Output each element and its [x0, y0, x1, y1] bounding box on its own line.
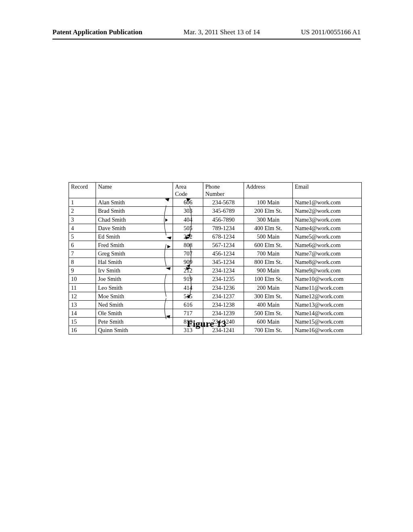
cell-area: 404 [173, 215, 203, 224]
table-row: 4Dave Smith505789-1234400 Elm St.Name4@w… [69, 224, 362, 232]
cell-area: 808 [173, 241, 203, 249]
cell-email: Name9@work.com [293, 266, 362, 275]
cell-name: Ole Smith [96, 309, 173, 317]
cell-address: 200 Main [244, 283, 293, 292]
cell-record: 9 [69, 266, 96, 275]
cell-address: 400 Main [244, 300, 293, 309]
cell-phone: 678-1234 [203, 232, 244, 241]
header-right: US 2011/0055166 A1 [301, 28, 361, 36]
cell-phone: 345-6789 [203, 207, 244, 215]
cell-phone: 456-1234 [203, 249, 244, 258]
cell-record: 4 [69, 224, 96, 232]
cell-email: Name6@work.com [293, 241, 362, 249]
table-row: 10Joe Smith919234-1235100 Elm St.Name10@… [69, 275, 362, 283]
col-phone: Phone Number [203, 183, 244, 198]
cell-record: 3 [69, 215, 96, 224]
page-header: Patent Application Publication Mar. 3, 2… [52, 28, 361, 39]
cell-area: 707 [173, 249, 203, 258]
table-row: 12Moe Smith515234-1237300 Elm St.Name12@… [69, 292, 362, 300]
cell-name: Leo Smith [96, 283, 173, 292]
cell-area: 414 [173, 283, 203, 292]
cell-name: Moe Smith [96, 292, 173, 300]
cell-email: Name3@work.com [293, 215, 362, 224]
table-row: 3Chad Smith404456-7890300 MainName3@work… [69, 215, 362, 224]
col-record: Record [69, 183, 96, 198]
cell-name: Fred Smith [96, 241, 173, 249]
cell-phone: 234-1237 [203, 292, 244, 300]
table-body: 1Alan Smith606234-5678100 MainName1@work… [69, 198, 362, 335]
table-row: 7Greg Smith707456-1234700 MainName7@work… [69, 249, 362, 258]
cell-phone: 789-1234 [203, 224, 244, 232]
col-name: Name [96, 183, 173, 198]
cell-email: Name12@work.com [293, 292, 362, 300]
cell-phone: 234-1235 [203, 275, 244, 283]
cell-email: Name4@work.com [293, 224, 362, 232]
cell-phone: 234-1236 [203, 283, 244, 292]
table-row: 8Hal Smith909345-1234800 Elm St.Name8@wo… [69, 258, 362, 266]
cell-record: 10 [69, 275, 96, 283]
cell-area: 616 [173, 300, 203, 309]
cell-record: 7 [69, 249, 96, 258]
table-row: 9Irv Smith212234-1234900 MainName9@work.… [69, 266, 362, 275]
cell-address: 500 Main [244, 232, 293, 241]
cell-address: 100 Main [244, 198, 293, 207]
cell-name: Brad Smith [96, 207, 173, 215]
cell-phone: 234-1238 [203, 300, 244, 309]
cell-record: 8 [69, 258, 96, 266]
col-area-l1: Area [175, 183, 186, 190]
cell-email: Name5@work.com [293, 232, 362, 241]
cell-name: Chad Smith [96, 215, 173, 224]
figure-table-wrap: Record Name Area Code Phone Number Addre… [69, 182, 347, 335]
cell-name: Irv Smith [96, 266, 173, 275]
cell-area: 303 [173, 207, 203, 215]
col-address: Address [244, 183, 293, 198]
header-rule [52, 39, 361, 39]
cell-address: 300 Main [244, 215, 293, 224]
cell-address: 400 Elm St. [244, 224, 293, 232]
cell-name: Dave Smith [96, 224, 173, 232]
table-row: 11Leo Smith414234-1236200 MainName11@wor… [69, 283, 362, 292]
cell-phone: 234-5678 [203, 198, 244, 207]
cell-address: 700 Main [244, 249, 293, 258]
table-row: 14Ole Smith717234-1239500 Elm St.Name14@… [69, 309, 362, 317]
cell-area: 909 [173, 258, 203, 266]
table-row: 2Brad Smith303345-6789200 Elm St.Name2@w… [69, 207, 362, 215]
cell-phone: 345-1234 [203, 258, 244, 266]
cell-area: 212 [173, 266, 203, 275]
cell-address: 500 Elm St. [244, 309, 293, 317]
cell-area: 202 [173, 232, 203, 241]
page: Patent Application Publication Mar. 3, 2… [0, 0, 413, 532]
cell-name: Joe Smith [96, 275, 173, 283]
cell-name: Greg Smith [96, 249, 173, 258]
cell-name: Alan Smith [96, 198, 173, 207]
cell-phone: 456-7890 [203, 215, 244, 224]
cell-email: Name8@work.com [293, 258, 362, 266]
cell-record: 11 [69, 283, 96, 292]
cell-address: 600 Elm St. [244, 241, 293, 249]
cell-email: Name13@work.com [293, 300, 362, 309]
cell-record: 14 [69, 309, 96, 317]
table-row: 13Ned Smith616234-1238400 MainName13@wor… [69, 300, 362, 309]
cell-record: 12 [69, 292, 96, 300]
table-row: 1Alan Smith606234-5678100 MainName1@work… [69, 198, 362, 207]
cell-area: 505 [173, 224, 203, 232]
col-area-l2: Code [175, 191, 188, 197]
cell-phone: 234-1234 [203, 266, 244, 275]
cell-email: Name11@work.com [293, 283, 362, 292]
cell-email: Name7@work.com [293, 249, 362, 258]
cell-phone: 234-1239 [203, 309, 244, 317]
cell-record: 2 [69, 207, 96, 215]
cell-email: Name2@work.com [293, 207, 362, 215]
col-area: Area Code [173, 183, 203, 198]
cell-record: 1 [69, 198, 96, 207]
cell-name: Ned Smith [96, 300, 173, 309]
cell-address: 100 Elm St. [244, 275, 293, 283]
table-row: 6Fred Smith808567-1234600 Elm St.Name6@w… [69, 241, 362, 249]
cell-name: Ed Smith [96, 232, 173, 241]
cell-record: 5 [69, 232, 96, 241]
records-table: Record Name Area Code Phone Number Addre… [69, 182, 362, 335]
col-email: Email [293, 183, 362, 198]
cell-email: Name1@work.com [293, 198, 362, 207]
header-center: Mar. 3, 2011 Sheet 13 of 14 [184, 28, 260, 36]
table-row: 5Ed Smith202678-1234500 MainName5@work.c… [69, 232, 362, 241]
